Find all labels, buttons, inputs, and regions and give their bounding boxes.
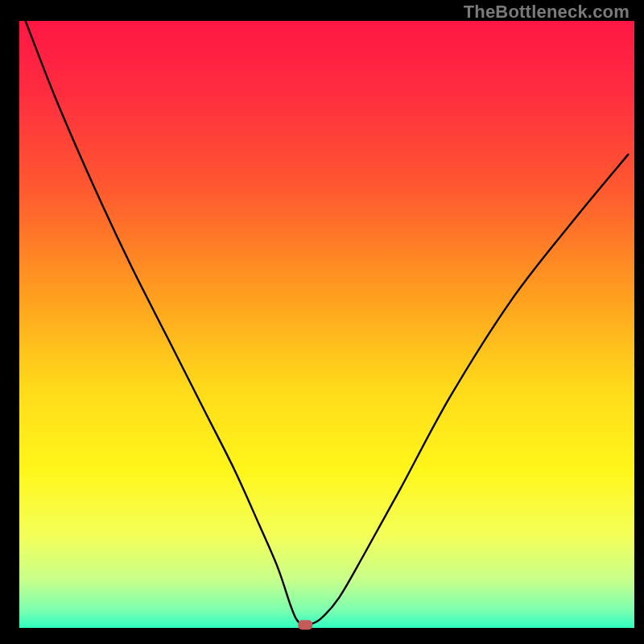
chart-wrap: TheBottleneck.com bbox=[0, 0, 644, 644]
watermark-text: TheBottleneck.com bbox=[464, 2, 630, 23]
bottleneck-chart bbox=[0, 0, 644, 644]
optimum-marker bbox=[298, 620, 312, 630]
plot-background bbox=[19, 21, 634, 628]
